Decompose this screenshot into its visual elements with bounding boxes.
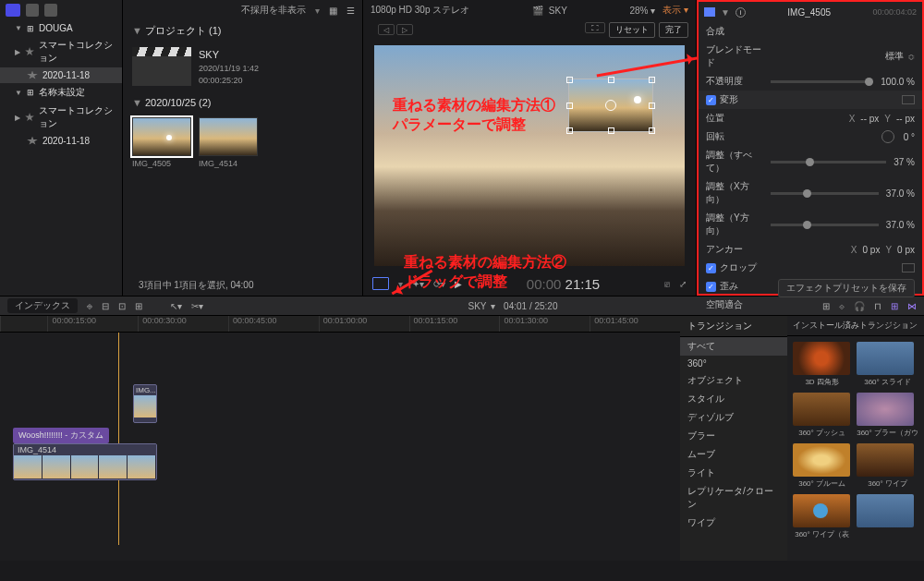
snap-icon[interactable]: ⊓	[874, 301, 881, 311]
timeline-panel[interactable]: 00:00:15:00 00:00:30:00 00:00:45:00 00:0…	[0, 316, 680, 561]
transitions-icon[interactable]: ⋈	[907, 301, 917, 311]
resize-handle[interactable]	[649, 77, 655, 83]
reset-button[interactable]: リセット	[609, 22, 655, 38]
scale-y-label: 調整（Y方向）	[706, 212, 763, 237]
scale-x-slider[interactable]	[771, 192, 879, 195]
save-preset-button[interactable]: エフェクトプリセットを保存	[778, 279, 915, 297]
effect-thumbnail[interactable]	[857, 342, 914, 375]
overlay-clip[interactable]	[568, 79, 653, 132]
transition-category[interactable]: オブジェクト	[680, 371, 787, 390]
transform-checkbox[interactable]: ✓	[706, 95, 716, 105]
scale-y-slider[interactable]	[771, 224, 879, 226]
scale-x-value[interactable]: 37.0 %	[886, 188, 915, 199]
scale-y-value[interactable]: 37.0 %	[886, 220, 915, 230]
effect-thumbnail[interactable]	[793, 443, 850, 477]
transition-category[interactable]: ムーブ	[680, 445, 787, 464]
sidebar-item[interactable]: 2020-11-18	[0, 67, 122, 83]
grid-icon[interactable]: ▦	[329, 6, 337, 16]
info-tab-icon[interactable]: i	[736, 7, 746, 18]
sidebar-item[interactable]: 2020-11-18	[0, 133, 122, 149]
position-x-value[interactable]: -- px	[860, 114, 879, 124]
connect-icon[interactable]: ⎆	[87, 301, 92, 311]
library-root[interactable]: ▼⊞名称未設定	[0, 83, 122, 102]
transition-category[interactable]: レプリケータ/クローン	[680, 482, 787, 514]
transition-category[interactable]: スタイル	[680, 390, 787, 408]
display-dropdown[interactable]: 表示 ▾	[663, 4, 688, 17]
timeline-clip[interactable]: IMG...	[133, 384, 157, 423]
timeline-clip[interactable]: IMG_4514	[13, 443, 157, 480]
playhead[interactable]	[118, 333, 119, 545]
clip-thumbnail[interactable]	[199, 117, 258, 156]
timeline-marker[interactable]: Woosh!!!!!!!! - カスタム	[13, 428, 109, 443]
effect-thumbnail[interactable]	[793, 342, 850, 375]
anchor-y-value[interactable]: 0 px	[897, 245, 915, 255]
skimming-icon[interactable]: ⊞	[822, 301, 830, 311]
transition-category[interactable]: ワイプ	[680, 514, 787, 532]
audio-skim-icon[interactable]: ⟐	[839, 301, 845, 311]
timeline-ruler[interactable]: 00:00:15:00 00:00:30:00 00:00:45:00 00:0…	[0, 316, 680, 333]
done-button[interactable]: 完了	[659, 22, 688, 38]
transition-category[interactable]: ライト	[680, 464, 787, 482]
sidebar-item[interactable]: ▶スマートコレクション	[0, 102, 122, 133]
media-icon[interactable]	[44, 4, 57, 17]
index-button[interactable]: インデックス	[7, 298, 78, 313]
library-root[interactable]: ▼⊞DOUGA	[0, 20, 122, 36]
video-tab-icon[interactable]	[704, 7, 715, 17]
transition-category[interactable]: ディゾルブ	[680, 408, 787, 427]
effects-icon[interactable]: ⊞	[891, 301, 898, 311]
clip-thumbnail[interactable]	[132, 117, 191, 156]
resize-handle[interactable]	[566, 103, 573, 109]
append-icon[interactable]: ⊡	[118, 301, 126, 311]
transition-category[interactable]: 360°	[680, 356, 787, 371]
solo-icon[interactable]: 🎧	[854, 301, 865, 311]
resize-handle[interactable]	[649, 127, 655, 134]
reset-icon[interactable]	[902, 95, 915, 104]
viewer-title: SKY	[549, 6, 567, 16]
viewer-canvas[interactable]: 重ねる素材の編集方法①パラメーターで調整 重ねる素材の編集方法②ドラッグで調整	[374, 45, 685, 266]
fit-icon[interactable]: ⛶	[585, 22, 605, 33]
position-y-value[interactable]: -- px	[896, 114, 915, 124]
insert-icon[interactable]: ⊟	[102, 301, 109, 311]
sidebar-item[interactable]: ▶スマートコレクション	[0, 36, 122, 67]
trim-tool-icon[interactable]: ✂▾	[191, 301, 203, 311]
transition-category[interactable]: すべて	[680, 337, 787, 356]
distort-checkbox[interactable]: ✓	[706, 282, 716, 292]
anchor-x-value[interactable]: 0 px	[863, 245, 881, 255]
photos-icon[interactable]	[26, 4, 39, 17]
loop-icon[interactable]: ⎚	[664, 279, 670, 289]
resize-handle[interactable]	[649, 103, 655, 109]
resize-handle[interactable]	[608, 77, 614, 83]
effect-thumbnail[interactable]	[793, 393, 850, 426]
reset-icon[interactable]	[902, 263, 915, 272]
center-handle[interactable]	[605, 100, 616, 111]
event-section-header: ▼ 2020/10/25 (2)	[123, 93, 362, 112]
arrow-tool-icon[interactable]: ↖▾	[170, 301, 182, 311]
nav-next-icon[interactable]: ▷	[396, 24, 413, 35]
rotation-value[interactable]: 0 °	[904, 132, 915, 142]
zoom-dropdown[interactable]: 28% ▾	[629, 6, 655, 16]
project-thumbnail[interactable]	[132, 47, 191, 86]
dropdown-icon[interactable]: ▼	[721, 7, 730, 18]
filter-dropdown[interactable]: 不採用を非表示	[241, 4, 306, 17]
crop-checkbox[interactable]: ✓	[706, 263, 716, 273]
blend-mode-dropdown[interactable]: 標準	[885, 50, 904, 63]
resize-handle[interactable]	[566, 127, 573, 134]
transition-category[interactable]: ブラー	[680, 427, 787, 445]
library-icon[interactable]	[6, 4, 20, 17]
effect-thumbnail[interactable]	[857, 393, 914, 426]
resize-handle[interactable]	[608, 127, 614, 134]
nav-prev-icon[interactable]: ◁	[378, 24, 395, 35]
effect-thumbnail[interactable]	[857, 494, 914, 527]
effect-thumbnail[interactable]	[857, 443, 914, 477]
opacity-slider[interactable]	[771, 80, 873, 83]
list-icon[interactable]: ☰	[346, 6, 355, 16]
scale-all-slider[interactable]	[771, 161, 886, 163]
rotation-dial[interactable]	[881, 130, 894, 143]
resize-handle[interactable]	[566, 77, 573, 83]
opacity-value[interactable]: 100.0 %	[881, 77, 915, 87]
effect-thumbnail[interactable]	[793, 494, 850, 527]
overwrite-icon[interactable]: ⊞	[135, 301, 142, 311]
transform-tool-icon[interactable]	[372, 277, 389, 290]
fullscreen-icon[interactable]: ⤢	[679, 279, 687, 289]
scale-all-value[interactable]: 37 %	[894, 157, 915, 167]
